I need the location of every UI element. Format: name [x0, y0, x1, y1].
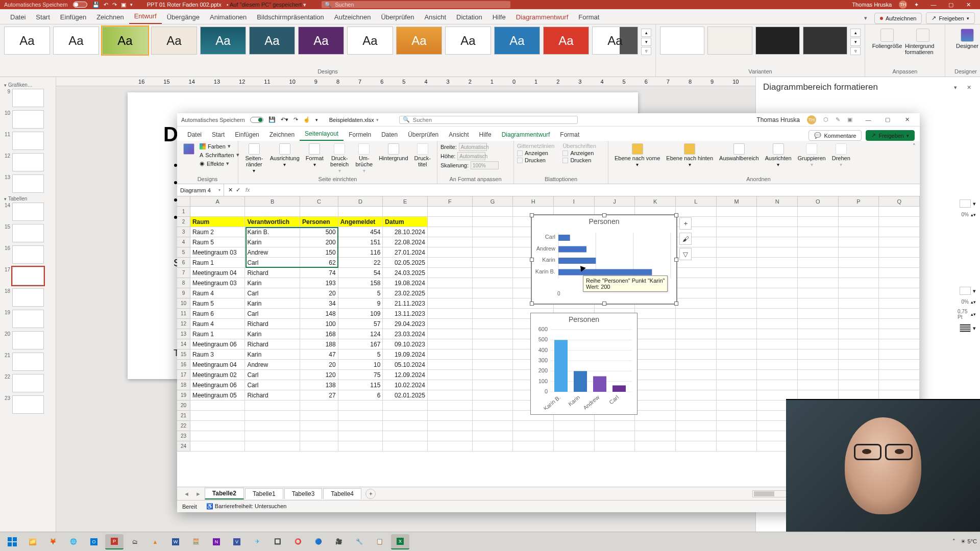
cell[interactable] — [757, 258, 798, 268]
cell[interactable] — [245, 421, 300, 431]
cell[interactable] — [879, 207, 920, 217]
autosave-toggle[interactable] — [250, 117, 263, 123]
cell[interactable] — [839, 349, 879, 360]
cell[interactable] — [676, 421, 717, 431]
cell[interactable] — [300, 411, 338, 421]
gallery-down-icon[interactable]: ▾ — [641, 38, 651, 46]
sheet-tab[interactable]: Tabelle2 — [205, 488, 244, 499]
cell[interactable]: Meetingraum 04 — [190, 268, 246, 278]
chart-filter-icon[interactable]: ▽ — [679, 248, 692, 260]
cell[interactable] — [879, 288, 920, 298]
xtab-zeichnen[interactable]: Zeichnen — [264, 129, 300, 141]
cell[interactable] — [879, 247, 920, 258]
user-name[interactable]: Thomas Hruska — [852, 2, 892, 8]
tab-bildschirmpraesentation[interactable]: Bildschirmpräsentation — [252, 10, 329, 24]
cell[interactable] — [839, 237, 879, 247]
cell[interactable] — [554, 421, 595, 431]
column-header[interactable]: I — [554, 196, 595, 206]
cell[interactable] — [798, 370, 839, 380]
search-box[interactable]: 🔍 — [322, 1, 510, 8]
slide-thumbnail[interactable]: 20 — [3, 331, 53, 349]
cell[interactable]: 02.01.2025 — [383, 390, 428, 400]
cell[interactable]: 168 — [300, 329, 338, 339]
cell[interactable] — [757, 339, 798, 349]
cell[interactable] — [428, 390, 473, 400]
cell[interactable] — [839, 360, 879, 370]
design-theme-11[interactable]: Aa — [494, 27, 540, 55]
app-icon[interactable]: 🔲 — [268, 534, 287, 549]
cell[interactable] — [717, 329, 757, 339]
add-sheet-button[interactable]: ＋ — [365, 489, 376, 499]
cell[interactable] — [473, 349, 513, 360]
cell[interactable]: Carl — [245, 258, 300, 268]
cell[interactable]: Andrew — [245, 247, 300, 258]
cell[interactable] — [676, 268, 717, 278]
cell[interactable] — [717, 207, 757, 217]
cell[interactable] — [717, 360, 757, 370]
cell[interactable] — [717, 227, 757, 237]
cell[interactable] — [879, 298, 920, 309]
cell[interactable] — [338, 431, 383, 441]
cell[interactable] — [879, 217, 920, 227]
record-button[interactable]: Aufzeichnen — [874, 13, 922, 24]
tray-overflow-icon[interactable]: ˄ — [952, 538, 955, 545]
excel-user-avatar[interactable]: TH — [807, 115, 816, 124]
telegram-icon[interactable]: ✈ — [248, 534, 266, 549]
cell[interactable] — [635, 390, 676, 400]
enter-icon[interactable]: ✓ — [236, 187, 240, 193]
cell[interactable]: Raum 2 — [190, 227, 246, 237]
cell[interactable]: 5 — [338, 349, 383, 360]
comments-button[interactable]: 💬Kommentare — [808, 130, 862, 141]
cell[interactable] — [473, 339, 513, 349]
calculator-icon[interactable]: 🧮 — [187, 534, 205, 549]
redo-icon[interactable]: ↷ — [112, 2, 117, 8]
excel-search-box[interactable]: 🔍 — [399, 116, 578, 124]
cell[interactable] — [635, 431, 676, 441]
cell[interactable] — [839, 380, 879, 390]
cell[interactable] — [473, 390, 513, 400]
cell[interactable]: 124 — [338, 329, 383, 339]
coming-soon-icon[interactable]: ⬡ — [823, 116, 828, 123]
slide-thumbnail[interactable]: 12 — [3, 153, 53, 171]
bring-forward-button[interactable]: Ebene nach vorne▾ — [611, 142, 663, 168]
cell[interactable] — [428, 349, 473, 360]
cell[interactable] — [428, 247, 473, 258]
qat-more-icon[interactable]: ▾ — [130, 2, 133, 7]
excel-share-button[interactable]: ↗Freigeben▾ — [866, 130, 915, 141]
design-theme-5[interactable]: Aa — [200, 27, 246, 55]
cell[interactable] — [473, 441, 513, 452]
cell[interactable] — [635, 411, 676, 421]
variant-up-icon[interactable]: ▴ — [850, 29, 861, 37]
cell[interactable] — [879, 370, 920, 380]
cell[interactable] — [717, 421, 757, 431]
tab-datei[interactable]: Datei — [5, 10, 31, 24]
cell[interactable] — [676, 329, 717, 339]
status-accessibility[interactable]: ♿ Barrierefreiheit: Untersuchen — [206, 503, 287, 510]
autosave-toggle[interactable] — [73, 2, 87, 8]
cell[interactable] — [798, 258, 839, 268]
cell[interactable]: Raum 3 — [190, 349, 246, 360]
section-label[interactable]: Grafiken… — [4, 82, 53, 88]
ribbon-collapse-icon[interactable]: ˄ — [909, 141, 920, 152]
designer-button[interactable]: Designer — [949, 27, 980, 49]
design-theme-13[interactable]: Aa — [592, 27, 638, 55]
cell[interactable] — [798, 288, 839, 298]
fx-icon[interactable]: fx — [246, 187, 250, 193]
window-minimize-icon[interactable]: — — [926, 1, 941, 8]
cell[interactable] — [473, 247, 513, 258]
app-icon[interactable]: 📋 — [371, 534, 389, 549]
fullscreen-icon[interactable]: ▣ — [847, 116, 852, 123]
tab-hilfe[interactable]: Hilfe — [487, 10, 511, 24]
cell[interactable] — [428, 288, 473, 298]
cell[interactable] — [635, 319, 676, 329]
tab-ueberpruefen[interactable]: Überprüfen — [376, 10, 419, 24]
cell[interactable] — [879, 227, 920, 237]
chart-plot-area[interactable]: 0100200300400500600Karin B.KarinAndrewCa… — [531, 325, 638, 410]
cell[interactable] — [879, 349, 920, 360]
gallery-up-icon[interactable]: ▴ — [641, 29, 651, 37]
cell[interactable]: 12.09.2024 — [383, 370, 428, 380]
tab-uebergaenge[interactable]: Übergänge — [162, 10, 205, 24]
column-header[interactable]: G — [473, 196, 513, 206]
cell[interactable] — [757, 217, 798, 227]
column-header[interactable]: P — [839, 196, 879, 206]
